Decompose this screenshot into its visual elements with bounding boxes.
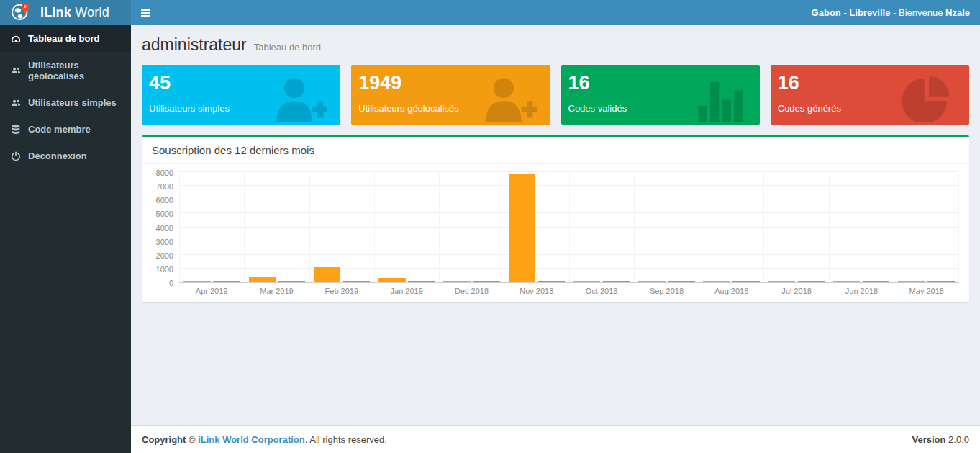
chart-bar-group	[245, 173, 309, 282]
user-plus-icon	[271, 72, 327, 120]
bar-souscriptions-orange	[573, 281, 600, 283]
users-icon	[11, 98, 21, 108]
sidebar-item-label: Déconnexion	[28, 151, 87, 161]
bar-souscriptions-cyan	[863, 281, 889, 283]
chart-bar-group	[764, 173, 829, 282]
chart-body: 010002000300040005000600070008000 Apr 20…	[142, 164, 969, 302]
sidebar-item-d-connexion[interactable]: Déconnexion	[0, 143, 131, 169]
stat-card-codes-valid-s[interactable]: 16Codes validés	[561, 65, 760, 125]
sidebar-toggle-hamburger-icon[interactable]	[131, 0, 160, 25]
stat-card-utilisateurs-g-olocalis-s[interactable]: 1949Utilisateurs géolocalisés	[351, 65, 550, 125]
chart-bar-group	[570, 173, 635, 282]
app-title: iLink World	[40, 5, 109, 20]
bar-souscriptions-orange	[768, 281, 795, 283]
app-logo[interactable]: $ iLink World	[0, 0, 131, 25]
bar-souscriptions-orange	[898, 281, 925, 283]
version-text: Version 2.0.0	[912, 434, 970, 445]
navbar: Gabon - Libreville - Bienvenue Nzale	[131, 0, 980, 25]
y-axis-tick-label: 8000	[156, 169, 173, 177]
bar-souscriptions-cyan	[732, 281, 759, 283]
dashboard-icon	[11, 34, 21, 44]
bar-souscriptions-cyan	[603, 281, 630, 283]
x-axis-tick-label: Aug 2018	[699, 287, 764, 295]
x-axis-tick-label: Nov 2018	[504, 287, 569, 295]
breadcrumb: Tableau de bord	[254, 42, 321, 53]
bar-souscriptions-orange	[638, 281, 665, 283]
sidebar-item-utilisateurs-g-olocalis-s[interactable]: Utilisateurs géolocalisés	[0, 52, 131, 89]
users-icon	[11, 66, 21, 76]
sidebar-item-label: Code membre	[28, 124, 91, 135]
gridline	[179, 171, 959, 172]
bar-souscriptions-orange	[314, 267, 340, 282]
bar-souscriptions-cyan	[473, 281, 499, 283]
user-greeting: Gabon - Libreville - Bienvenue Nzale	[812, 7, 980, 18]
chart-bar-group	[894, 173, 959, 282]
x-axis-tick-label: Jul 2018	[764, 287, 829, 295]
x-axis-tick-label: Jun 2018	[829, 287, 894, 295]
bar-souscriptions-orange	[443, 281, 470, 283]
x-axis-tick-label: Mar 2019	[244, 287, 309, 295]
content-header: administrateur Tableau de bord	[131, 25, 980, 62]
chart-x-axis: Apr 2019Mar 2019Feb 2019Jan 2019Dec 2018…	[179, 287, 959, 295]
bar-souscriptions-cyan	[538, 281, 565, 283]
database-icon	[11, 125, 21, 135]
bar-souscriptions-cyan	[278, 281, 305, 283]
stat-cards-row: 45Utilisateurs simples1949Utilisateurs g…	[131, 62, 980, 135]
sidebar-item-label: Utilisateurs géolocalisés	[28, 60, 120, 81]
bar-souscriptions-orange	[183, 281, 210, 283]
stat-card-codes-g-n-r-s[interactable]: 16Codes générés	[771, 65, 969, 125]
stat-card-utilisateurs-simples[interactable]: 45Utilisateurs simples	[142, 65, 340, 125]
chart-bar-group	[440, 173, 504, 282]
x-axis-tick-label: Sep 2018	[634, 287, 699, 295]
chart-bar-group	[375, 173, 440, 282]
bar-souscriptions-cyan	[668, 281, 694, 283]
y-axis-tick-label: 4000	[156, 224, 173, 233]
company-link[interactable]: iLink World Corporation	[198, 434, 305, 445]
x-axis-tick-label: Dec 2018	[439, 287, 504, 295]
power-icon	[11, 151, 21, 161]
chart-bar-group	[179, 173, 245, 282]
bar-souscriptions-cyan	[927, 281, 954, 283]
chart-bar-group	[699, 173, 764, 282]
sidebar-item-tableau-de-bord[interactable]: Tableau de bord	[0, 25, 131, 52]
y-axis-tick-label: 3000	[156, 238, 173, 246]
x-axis-tick-label: Feb 2019	[309, 287, 374, 295]
chart-bar-group	[830, 173, 894, 282]
y-axis-tick-label: 6000	[156, 196, 173, 205]
sidebar-nav: Tableau de bordUtilisateurs géolocalisés…	[0, 25, 131, 453]
copyright-text: Copyright © iLink World Corporation. All…	[142, 434, 387, 445]
bar-souscriptions-cyan	[408, 281, 435, 283]
chart-bar-group	[310, 173, 375, 282]
main-content: administrateur Tableau de bord 45Utilisa…	[131, 25, 980, 425]
user-plus-icon	[480, 72, 537, 120]
page-footer: Copyright © iLink World Corporation. All…	[131, 425, 980, 453]
globe-pin-logo-icon: $	[10, 1, 32, 25]
bar-souscriptions-cyan	[343, 281, 370, 283]
x-axis-tick-label: Jan 2019	[374, 287, 439, 295]
bar-souscriptions-orange	[833, 281, 860, 283]
y-axis-tick-label: 7000	[156, 182, 173, 191]
chart-bar-group	[635, 173, 699, 282]
bar-souscriptions-cyan	[213, 281, 240, 283]
bar-souscriptions-orange	[703, 281, 730, 283]
chart-y-axis: 010002000300040005000600070008000	[152, 173, 179, 283]
chart-panel: Souscription des 12 derniers mois 010002…	[142, 135, 969, 302]
bar-souscriptions-orange	[378, 278, 405, 282]
y-axis-tick-label: 2000	[156, 251, 173, 260]
x-axis-tick-label: May 2018	[894, 287, 959, 295]
sidebar-item-utilisateurs-simples[interactable]: Utilisateurs simples	[0, 89, 131, 116]
x-axis-tick-label: Apr 2019	[179, 287, 244, 295]
bar-souscriptions-orange	[509, 174, 535, 282]
sidebar-item-code-membre[interactable]: Code membre	[0, 116, 131, 143]
pie-chart-icon	[899, 72, 956, 120]
top-navbar: $ iLink World Gabon - Libreville - Bienv…	[0, 0, 980, 25]
sidebar-item-label: Tableau de bord	[28, 33, 99, 44]
chart-bar-group	[504, 173, 569, 282]
y-axis-tick-label: 1000	[156, 265, 173, 274]
chart-plot-area	[179, 173, 959, 283]
page-title: administrateur	[142, 35, 247, 55]
y-axis-tick-label: 0	[169, 279, 173, 287]
sidebar-item-label: Utilisateurs simples	[28, 97, 117, 108]
y-axis-tick-label: 5000	[156, 210, 173, 218]
bar-souscriptions-orange	[249, 277, 276, 282]
